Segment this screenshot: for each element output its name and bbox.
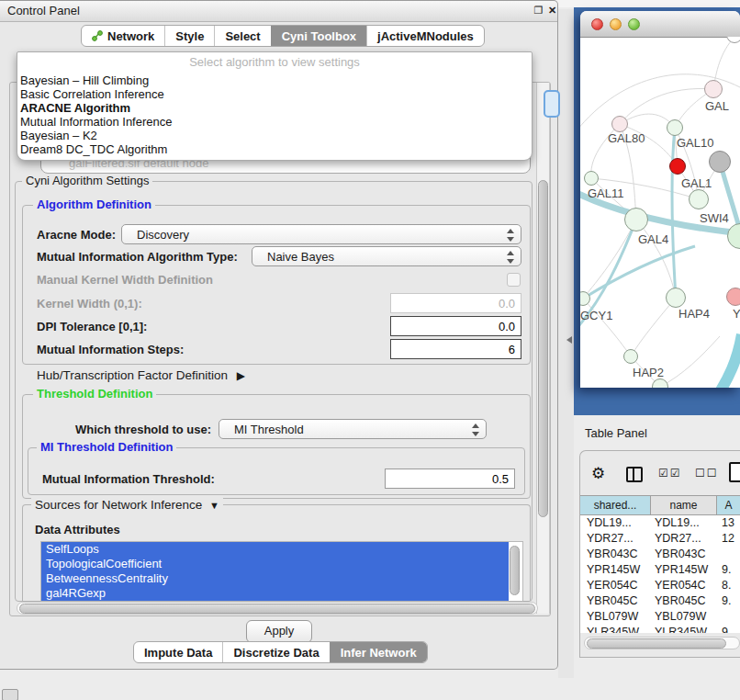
screen: Control Panel ❐ ✕ Network Style Select C… xyxy=(0,0,740,700)
tab-jactivemnodules-label: jActiveMNodules xyxy=(377,29,474,43)
control-panel-titlebar: Control Panel ❐ ✕ xyxy=(0,1,557,22)
close-traffic-light-icon[interactable] xyxy=(591,18,603,30)
split-columns-icon[interactable] xyxy=(626,467,643,482)
tab-network[interactable]: Network xyxy=(82,26,164,46)
table-row[interactable]: YLR345WYLR345W9. xyxy=(580,625,740,633)
tab-select[interactable]: Select xyxy=(214,26,270,46)
popup-item-aracne[interactable]: ARACNE Algorithm xyxy=(17,101,532,115)
table-scrollbar-thumb[interactable] xyxy=(587,638,726,649)
cell xyxy=(717,609,740,625)
table-panel: ⚙ ☑☑ ☐☐ shared... name A YDL19...YDL19..… xyxy=(579,450,740,658)
bottom-tab-bar: Impute Data Discretize Data Infer Networ… xyxy=(133,641,428,663)
table-row[interactable]: YPR145WYPR145W9. xyxy=(580,562,740,578)
kernel-width-field[interactable] xyxy=(390,293,521,313)
table-body: YDL19...YDL19...13 YDR27...YDR27...12 YB… xyxy=(580,515,740,633)
mi-threshold-definition-title: MI Threshold Definition xyxy=(37,440,176,454)
hub-definition-expander[interactable]: Hub/Transcription Factor Definition ▶ xyxy=(37,368,245,382)
tab-style[interactable]: Style xyxy=(164,26,214,46)
mi-type-combo[interactable]: Naive Bayes xyxy=(252,246,521,266)
popup-item-dream8[interactable]: Dream8 DC_TDC Algorithm xyxy=(17,142,532,156)
checked-checkboxes-icon[interactable]: ☑☑ xyxy=(658,467,682,480)
data-attributes-list[interactable]: SelfLoops TopologicalCoefficient Between… xyxy=(40,541,523,602)
cell: YLR345W xyxy=(651,625,717,633)
cell xyxy=(717,547,740,562)
unchecked-checkboxes-icon[interactable]: ☐☐ xyxy=(695,467,719,480)
column-header-shared[interactable]: shared... xyxy=(580,495,651,515)
network-node-gal10[interactable] xyxy=(667,119,683,136)
network-node-hap2[interactable] xyxy=(623,349,638,364)
which-threshold-combo[interactable]: MI Threshold xyxy=(219,419,487,439)
control-panel-window: Control Panel ❐ ✕ Network Style Select C… xyxy=(0,0,558,670)
cell: YDR27... xyxy=(651,531,717,547)
cell: 8. xyxy=(717,578,740,593)
mi-threshold-field[interactable] xyxy=(385,469,515,489)
list-item[interactable]: gal4RGexp xyxy=(41,586,509,601)
tab-discretize-data[interactable]: Discretize Data xyxy=(222,642,329,662)
cell: YBR043C xyxy=(580,547,651,562)
close-window-icon[interactable]: ✕ xyxy=(546,5,558,17)
horizontal-scrollbar-thumb[interactable] xyxy=(19,604,535,614)
network-node-gal4[interactable] xyxy=(624,208,648,231)
settings-horizontal-scrollbar[interactable] xyxy=(17,602,538,615)
table-row[interactable]: YBR043CYBR043C xyxy=(580,547,740,562)
mi-type-value: Naive Bayes xyxy=(267,250,334,264)
threshold-definition-title: Threshold Definition xyxy=(33,387,156,401)
table-row[interactable]: YBL079WYBL079W xyxy=(580,609,740,625)
combo-stepper-icon xyxy=(471,423,479,436)
apply-button[interactable]: Apply xyxy=(246,620,312,643)
network-node-salmon[interactable] xyxy=(726,288,740,306)
popup-item-basic-correlation[interactable]: Basic Correlation Inference xyxy=(17,87,532,101)
splitter-handle-icon xyxy=(563,336,572,344)
panel-splitter[interactable] xyxy=(558,9,574,678)
popup-header: Select algorithm to view settings xyxy=(17,52,532,73)
focused-combo-fragment[interactable] xyxy=(544,90,560,118)
list-item[interactable]: TopologicalCoefficient xyxy=(41,557,509,571)
table-horizontal-scrollbar[interactable] xyxy=(584,637,740,649)
zoom-traffic-light-icon[interactable] xyxy=(628,18,640,30)
settings-vertical-scrollbar[interactable] xyxy=(536,83,550,614)
network-node-gray[interactable] xyxy=(709,151,731,173)
column-header-partial[interactable]: A xyxy=(717,495,740,515)
table-row[interactable]: YDR27...YDR27...12 xyxy=(580,531,740,547)
list-item[interactable]: BetweennessCentrality xyxy=(41,571,509,586)
list-item[interactable]: SelfLoops xyxy=(41,542,509,557)
tab-style-label: Style xyxy=(175,29,204,43)
minimized-panel-fragment[interactable] xyxy=(2,689,18,700)
table-row[interactable]: YER054CYER054C8. xyxy=(580,578,740,593)
tab-jactivemnodules[interactable]: jActiveMNodules xyxy=(366,26,484,46)
column-header-name[interactable]: name xyxy=(651,495,717,515)
list-scrollbar-thumb[interactable] xyxy=(510,546,520,595)
vertical-scrollbar-thumb[interactable] xyxy=(538,180,548,517)
popup-item-bayesian-hill-climbing[interactable]: Bayesian – Hill Climbing xyxy=(17,73,532,87)
cell: YBR043C xyxy=(651,547,717,562)
manual-kernel-checkbox[interactable] xyxy=(507,273,521,287)
popup-item-mutual-information[interactable]: Mutual Information Inference xyxy=(17,115,532,129)
network-node-red[interactable] xyxy=(669,158,686,175)
node-label: GAL xyxy=(705,99,729,113)
tab-impute-data[interactable]: Impute Data xyxy=(134,642,222,662)
control-panel-tab-bar: Network Style Select Cyni Toolbox jActiv… xyxy=(81,25,485,47)
mi-steps-field[interactable] xyxy=(390,339,521,359)
table-row[interactable]: YBR045CYBR045C9. xyxy=(580,593,740,609)
float-window-icon[interactable]: ❐ xyxy=(533,5,544,17)
cell: YBR045C xyxy=(580,593,651,609)
network-canvas[interactable]: GAL GAL80 GAL10 GAL1 GAL11 SWI4 GAL4 GCY… xyxy=(580,37,740,388)
aracne-mode-combo[interactable]: Discovery xyxy=(121,224,521,244)
network-node-gal2[interactable] xyxy=(704,80,723,98)
dpi-tolerance-field[interactable] xyxy=(390,316,521,336)
popup-item-bayesian-k2[interactable]: Bayesian – K2 xyxy=(17,129,532,142)
network-node-gal1[interactable] xyxy=(689,189,709,209)
algorithm-dropdown-popup: Select algorithm to view settings Bayesi… xyxy=(17,51,533,161)
sources-title-label: Sources for Network Inference xyxy=(35,498,202,512)
table-row[interactable]: YDL19...YDL19...13 xyxy=(580,515,740,531)
gear-icon[interactable]: ⚙ xyxy=(591,464,605,483)
network-node-hap4[interactable] xyxy=(666,288,686,308)
network-node-gal80[interactable] xyxy=(611,116,628,132)
document-icon[interactable] xyxy=(729,462,740,482)
tab-infer-network[interactable]: Infer Network xyxy=(330,642,427,662)
network-node-gal11[interactable] xyxy=(584,171,599,186)
sources-group-title[interactable]: Sources for Network Inference ▼ xyxy=(31,498,223,512)
tab-cyni-toolbox[interactable]: Cyni Toolbox xyxy=(271,26,366,46)
network-tab-icon xyxy=(92,30,103,41)
minimize-traffic-light-icon[interactable] xyxy=(610,18,622,30)
